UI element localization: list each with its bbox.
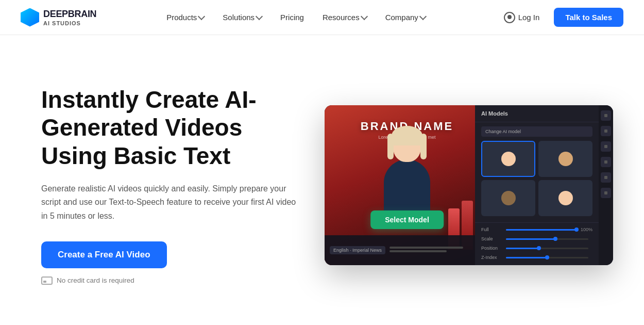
- slider-thumb-zindex: [545, 255, 549, 259]
- slider-fill-position: [506, 248, 539, 249]
- no-card-notice: No credit card is required: [41, 277, 299, 285]
- model-face-4: [538, 180, 592, 216]
- panel-icon-btn-6[interactable]: [601, 188, 611, 198]
- chevron-down-icon: [361, 13, 368, 20]
- panel-icon-btn-5[interactable]: [601, 172, 611, 183]
- login-button[interactable]: Log In: [496, 8, 548, 27]
- nav-company[interactable]: Company: [377, 9, 434, 26]
- chevron-down-icon: [419, 13, 427, 20]
- select-model-button[interactable]: Select Model: [370, 210, 444, 229]
- avatar-body: [384, 159, 430, 216]
- chevron-down-icon: [198, 13, 205, 20]
- icon-dot-2: [604, 129, 607, 133]
- brand-sub: AI STUDIOS: [43, 20, 96, 26]
- slider-scale: Scale: [475, 234, 599, 243]
- credit-card-icon: [41, 277, 53, 285]
- slider-fill-scale: [506, 238, 555, 240]
- slider-position: Position: [475, 243, 599, 253]
- nav-right: Log In Talk to Sales: [496, 8, 623, 27]
- panel-icon-btn-2[interactable]: [601, 126, 611, 136]
- slider-track-scale[interactable]: [506, 238, 588, 240]
- model-thumb-4[interactable]: [538, 180, 592, 216]
- icon-dot-5: [604, 176, 607, 179]
- icon-dot-1: [604, 114, 607, 117]
- icon-dot-3: [604, 145, 607, 148]
- logo-text-wrap: DEEPBRAIN AI STUDIOS: [43, 9, 96, 26]
- face-icon-4: [558, 191, 573, 205]
- panel-change-model: Change AI model: [475, 122, 599, 220]
- panel-icon-btn-1[interactable]: [601, 110, 611, 121]
- slider-zindex: Z-Index: [475, 253, 599, 262]
- ai-models-panel: AI Models Change AI model: [475, 105, 599, 265]
- icon-dot-6: [604, 191, 607, 194]
- panel-divider-1: [475, 222, 599, 223]
- model-thumb-2[interactable]: [538, 141, 592, 177]
- hero-left: Instantly Create AI-Generated Videos Usi…: [41, 86, 299, 285]
- panel-icon-btn-4[interactable]: [601, 157, 611, 167]
- video-preview: BRAND NAME Lorem ipsum dolor sit a met: [325, 105, 613, 265]
- slider-full: Full 100%: [475, 225, 599, 234]
- subtitle-lines: [389, 247, 471, 254]
- slider-track-full[interactable]: [506, 229, 577, 231]
- logo-icon: [21, 8, 39, 27]
- preview-subtitle-bar: English · Imperial News 0:14: [325, 235, 489, 265]
- panel-header: AI Models: [475, 105, 599, 122]
- avatar-head: [393, 131, 421, 162]
- face-icon-1: [501, 152, 516, 166]
- slider-track-position[interactable]: [506, 248, 588, 249]
- slider-thumb-position: [537, 246, 541, 250]
- hero-section: Instantly Create AI-Generated Videos Usi…: [0, 35, 644, 325]
- face-icon-2: [558, 152, 573, 166]
- slider-fill-zindex: [506, 257, 547, 258]
- user-icon: [504, 12, 515, 23]
- navbar: DEEPBRAIN AI STUDIOS Products Solutions …: [0, 0, 644, 35]
- hero-description: Generate realistic AI videos quickly and…: [41, 182, 299, 223]
- language-badge: English · Imperial News: [330, 246, 385, 254]
- hero-right: BRAND NAME Lorem ipsum dolor sit a met: [325, 105, 613, 265]
- panel-icon-strip: [599, 105, 613, 265]
- text-line-2: [389, 250, 447, 252]
- avatar-hair: [392, 126, 422, 145]
- talk-to-sales-button[interactable]: Talk to Sales: [554, 8, 623, 27]
- logo[interactable]: DEEPBRAIN AI STUDIOS: [21, 8, 96, 27]
- nav-solutions[interactable]: Solutions: [214, 9, 270, 26]
- create-free-video-button[interactable]: Create a Free AI Video: [41, 241, 167, 268]
- slider-fill-full: [506, 229, 577, 231]
- text-line-1: [389, 247, 463, 249]
- slider-thumb-scale: [553, 237, 557, 241]
- change-model-input[interactable]: Change AI model: [481, 126, 592, 137]
- nav-links: Products Solutions Pricing Resources Com…: [158, 9, 434, 26]
- panel-icon-btn-3[interactable]: [601, 141, 611, 152]
- model-thumb-3[interactable]: [481, 180, 535, 216]
- model-face-1: [482, 142, 534, 176]
- model-thumb-1[interactable]: [481, 141, 535, 177]
- slider-thumb-full: [574, 228, 579, 232]
- icon-dot-4: [604, 160, 607, 164]
- nav-pricing[interactable]: Pricing: [272, 9, 312, 26]
- nav-resources[interactable]: Resources: [314, 9, 375, 26]
- chevron-down-icon: [256, 13, 263, 20]
- model-face-3: [481, 180, 535, 216]
- brand-name: DEEPBRAIN: [43, 9, 96, 20]
- nav-products[interactable]: Products: [158, 9, 212, 26]
- face-icon-3: [501, 191, 516, 205]
- model-face-2: [538, 141, 592, 177]
- hero-heading: Instantly Create AI-Generated Videos Usi…: [41, 86, 299, 170]
- model-grid: [481, 141, 592, 216]
- slider-track-zindex[interactable]: [506, 257, 588, 258]
